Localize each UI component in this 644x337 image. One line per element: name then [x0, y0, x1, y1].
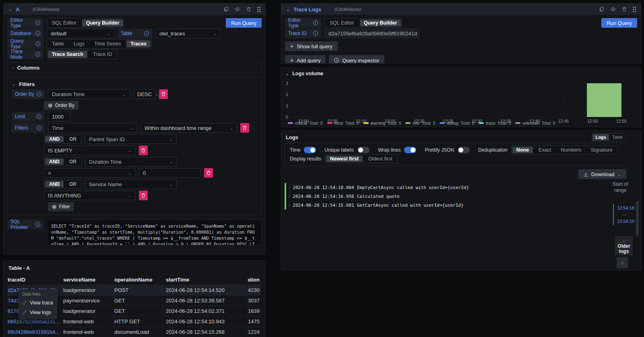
drag-handle-icon[interactable] — [257, 7, 260, 12]
log-line[interactable]: ›2024-06-28 12:54:15.081GetCartAsync cal… — [285, 201, 609, 210]
bool-operator-toggle[interactable]: AND OR — [44, 180, 82, 189]
order-by-field-select[interactable]: Duration Time⌄ — [48, 89, 130, 99]
logs-volume-title[interactable]: ⌄ Logs volume — [285, 71, 323, 76]
add-query-button[interactable]: +Add query — [7, 254, 48, 255]
filter-value-input[interactable]: 0 — [139, 168, 201, 178]
bool-operator-toggle[interactable]: AND OR — [44, 135, 82, 144]
drag-handle-icon[interactable] — [633, 7, 636, 12]
info-icon[interactable]: i — [313, 31, 318, 36]
editor-type-toggle[interactable]: SQL Editor Query Builder — [324, 18, 402, 28]
filter-operator-select[interactable]: IS ANYTHING⌄ — [44, 191, 136, 200]
query-inspector-button[interactable]: iQuery inspector — [51, 254, 107, 255]
range-to-time[interactable]: 12:54:15 — [617, 219, 634, 224]
wrap-lines-toggle[interactable] — [404, 147, 416, 153]
table-select[interactable]: otel_traces⌄ — [155, 29, 221, 38]
legend-item-trace[interactable]: traceTotal: 0 — [479, 121, 511, 125]
prettify-json-toggle[interactable] — [458, 147, 470, 153]
column-header-operationName[interactable]: operationName — [111, 275, 163, 285]
range-from-time[interactable]: 12:54:18 — [617, 205, 634, 210]
run-query-button[interactable]: Run Query — [226, 18, 262, 28]
bar-info[interactable] — [587, 83, 621, 117]
cell-traceID[interactable]: 89cf4286e631591b4... — [8, 327, 60, 337]
info-icon[interactable]: i — [35, 31, 40, 36]
database-select[interactable]: default⌄ — [47, 29, 114, 38]
add-filter-button[interactable]: ⊕Filter — [48, 202, 74, 211]
y-gridline — [292, 117, 621, 117]
log-line[interactable]: ›2024-06-28 12:54:16.956Calculated quote — [285, 192, 609, 201]
info-icon[interactable]: i — [35, 21, 40, 25]
order-by-direction-select[interactable]: DESC⌄ — [133, 89, 156, 99]
limit-input[interactable]: 1000 — [48, 112, 70, 121]
query-inspector-button[interactable]: iQuery inspector — [329, 55, 384, 64]
logs-scrollbar[interactable] — [636, 201, 639, 236]
remove-filter-button[interactable] — [139, 191, 148, 200]
remove-filter-button[interactable] — [240, 123, 249, 133]
trace-mode-toggle[interactable]: Trace Search Trace ID — [47, 49, 117, 59]
legend-item-warning[interactable]: warningTotal: 0 — [363, 121, 401, 125]
info-icon[interactable]: i — [37, 125, 41, 130]
display-results-toggle[interactable]: Newest first Oldest first — [325, 154, 398, 163]
remove-filter-button[interactable] — [139, 146, 148, 155]
scroll-to-top-button[interactable]: ↑ — [617, 257, 628, 268]
legend-item-debug[interactable]: debugTotal: 0 — [440, 121, 474, 125]
editor-type-toggle[interactable]: SQL Editor Query Builder — [47, 18, 124, 28]
legend-item-unknown[interactable]: unknownTotal: 0 — [515, 121, 555, 125]
legend-item-info[interactable]: infoTotal: 3 — [405, 121, 435, 125]
info-icon[interactable]: i — [37, 114, 41, 119]
trace-logs-title[interactable]: Trace Logs — [293, 6, 321, 12]
filter-field-select[interactable]: Service Name⌄ — [85, 179, 177, 189]
trash-icon[interactable] — [622, 7, 627, 12]
expand-log-icon[interactable]: › — [289, 194, 290, 199]
remove-order-by-button[interactable] — [159, 89, 168, 99]
filters-section-header[interactable]: ⌄ Filters — [12, 80, 257, 88]
query-type-toggle[interactable]: Table Logs Time Series Traces — [47, 39, 152, 49]
show-full-query-button[interactable]: +Show full query — [285, 41, 338, 51]
download-button[interactable]: Download ⌄ — [578, 169, 626, 179]
panel-a-title[interactable]: A — [16, 6, 19, 12]
columns-section[interactable]: › Columns — [7, 62, 262, 73]
info-icon[interactable]: i — [144, 31, 149, 36]
bool-operator-toggle[interactable]: AND OR — [44, 157, 82, 166]
logs-view-toggle[interactable]: Logs Table — [592, 133, 626, 141]
unique-labels-toggle[interactable] — [357, 147, 369, 153]
duplicate-icon[interactable] — [224, 7, 229, 12]
add-order-by-button[interactable]: ⊕Order By — [44, 101, 78, 110]
trash-icon[interactable] — [246, 7, 251, 12]
table-row[interactable]: 89cf4286e631591b4...frontend-webdocument… — [8, 327, 261, 337]
run-query-button[interactable]: Run Query — [601, 18, 637, 28]
expand-log-icon[interactable]: › — [289, 185, 290, 190]
info-icon[interactable]: i — [35, 52, 40, 57]
view-trace-menu-item[interactable]: View trace — [19, 298, 58, 308]
time-toggle[interactable] — [304, 147, 316, 153]
column-header-duration[interactable]: duration — [248, 275, 261, 285]
filter-operator-select[interactable]: >⌄ — [44, 168, 136, 178]
older-logs-button[interactable]: ⌄ Older logs — [615, 236, 633, 255]
expand-log-icon[interactable]: › — [289, 203, 290, 208]
eye-icon[interactable] — [235, 7, 240, 11]
panel-collapse-icon[interactable]: ⌄ — [286, 7, 290, 12]
remove-filter-button[interactable] — [204, 168, 213, 178]
add-query-button[interactable]: +Add query — [285, 55, 326, 64]
eye-icon[interactable] — [610, 7, 616, 11]
filter-field-select[interactable]: Duration Time⌄ — [85, 157, 177, 166]
legend-item-critical[interactable]: criticalTotal: 0 — [288, 121, 323, 125]
info-icon[interactable]: i — [313, 21, 318, 25]
column-header-startTime[interactable]: startTime — [163, 275, 248, 285]
column-header-serviceName[interactable]: serviceName — [60, 275, 111, 285]
filter-time-field-select[interactable]: Time⌄ — [48, 123, 137, 133]
filter-time-operator-select[interactable]: Within dashboard time range⌄ — [140, 123, 237, 133]
info-icon[interactable]: i — [37, 92, 41, 97]
trace-id-input[interactable]: d2a7155ef6a928a05680e5ff6190241d — [324, 29, 419, 38]
panel-collapse-icon[interactable]: ⌄ — [8, 7, 12, 12]
filter-field-select[interactable]: Parent Span ID⌄ — [85, 134, 177, 144]
info-icon[interactable]: i — [35, 222, 40, 227]
log-line[interactable]: ›2024-06-28 12:54:18.004EmptyCartAsync c… — [285, 183, 609, 192]
legend-item-error[interactable]: errorTotal: 0 — [327, 121, 359, 125]
info-icon[interactable]: i — [35, 41, 40, 46]
column-header-traceID[interactable]: traceID — [8, 275, 60, 285]
filter-operator-select[interactable]: IS EMPTY⌄ — [44, 146, 136, 155]
deduplication-toggle[interactable]: None Exact Numbers Signature — [511, 146, 618, 154]
trace-id-label: Trace IDi — [285, 29, 321, 38]
duplicate-icon[interactable] — [599, 7, 604, 12]
view-logs-menu-item[interactable]: View logs — [19, 308, 58, 317]
